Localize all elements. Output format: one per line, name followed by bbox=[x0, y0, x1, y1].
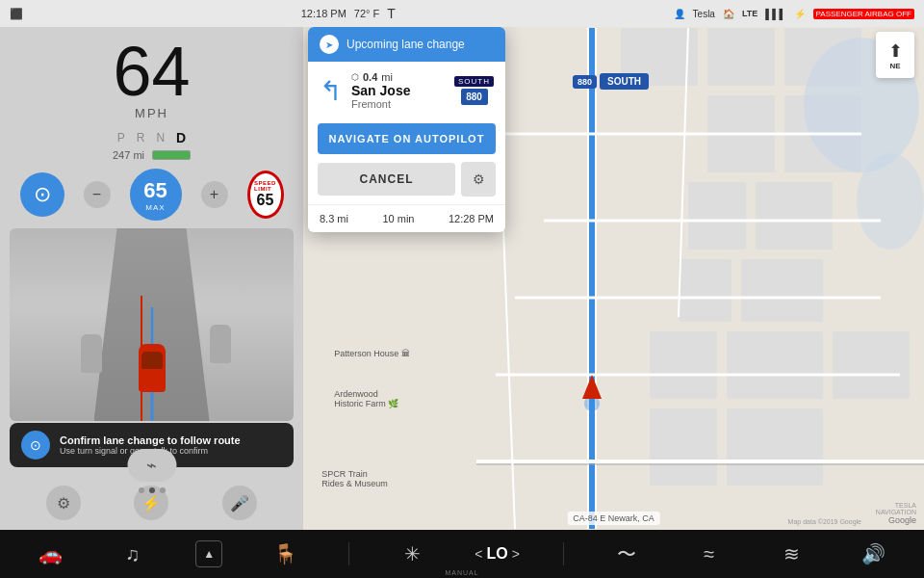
cancel-row: CANCEL ⚙ bbox=[318, 162, 496, 197]
route-distance: ⬡ 0.4 mi bbox=[351, 71, 445, 83]
settings-icon[interactable]: ⚙ bbox=[46, 486, 81, 520]
road-view bbox=[10, 228, 294, 421]
notification-title: Confirm lane change to follow route bbox=[60, 434, 241, 446]
status-bar-left: ⬛ bbox=[10, 8, 23, 20]
mic-icon[interactable]: 🎤 bbox=[222, 486, 257, 520]
steering-icon[interactable]: ⊙ bbox=[20, 172, 64, 217]
lo-value: LO bbox=[487, 545, 508, 563]
compass-direction: NE bbox=[889, 62, 900, 70]
speed-set-display: 65 MAX bbox=[130, 169, 182, 221]
destination-sub: Fremont bbox=[351, 98, 445, 110]
lte-signal: LTE bbox=[742, 9, 757, 18]
status-bar-right: 👤 Tesla 🏠 LTE ▌▌▌ ⚡ PASSENGER AIRBAG OFF bbox=[674, 9, 914, 19]
taskbar-up-button[interactable]: ▲ bbox=[195, 540, 222, 567]
car-gray-right bbox=[210, 325, 231, 363]
speed-set-value: 65 bbox=[143, 178, 167, 203]
battery-bar bbox=[152, 150, 191, 160]
nav-header-icon: ➤ bbox=[320, 35, 339, 54]
wiper-button[interactable]: ⌁ bbox=[127, 449, 176, 482]
dot-indicators bbox=[139, 487, 166, 493]
taskbar-music-button[interactable]: ♫ bbox=[114, 543, 152, 565]
place-label-1: Patterson House 🏛 bbox=[334, 349, 410, 358]
dot-2 bbox=[149, 487, 155, 493]
display-icon: ⬛ bbox=[10, 8, 23, 20]
nav-header: ➤ Upcoming lane change bbox=[308, 27, 505, 62]
autopilot-button[interactable]: NAVIGATE ON AUTOPILOT bbox=[318, 123, 496, 154]
svg-rect-9 bbox=[741, 259, 823, 322]
speed-limit-sign: SPEEDLIMIT 65 bbox=[247, 171, 284, 219]
status-bar-center: 12:18 PM 72° F T bbox=[301, 6, 396, 21]
highway-badge: SOUTH 880 bbox=[454, 76, 494, 105]
speed-unit: MPH bbox=[0, 106, 303, 120]
speed-increase-button[interactable]: + bbox=[201, 181, 228, 208]
svg-rect-7 bbox=[756, 182, 833, 250]
compass-box[interactable]: ⬆ NE bbox=[876, 32, 914, 78]
place-label-3: SPCR TrainRides & Museum bbox=[321, 469, 388, 488]
car-gray-left bbox=[81, 334, 102, 373]
gear-d[interactable]: D bbox=[176, 130, 186, 145]
svg-rect-2 bbox=[707, 28, 775, 86]
svg-rect-6 bbox=[688, 182, 746, 250]
manual-label: MANUAL bbox=[445, 569, 478, 576]
destination-name: San Jose bbox=[351, 83, 445, 98]
nav-header-text: Upcoming lane change bbox=[346, 38, 465, 51]
lo-left-arrow[interactable]: < bbox=[475, 546, 482, 562]
svg-rect-12 bbox=[833, 331, 910, 399]
speed-limit-value: 65 bbox=[257, 192, 274, 209]
car-main bbox=[139, 344, 166, 392]
left-panel: 64 MPH P R N D 247 mi ⊙ − 65 MAX + SPEED… bbox=[0, 27, 303, 530]
dot-3 bbox=[160, 487, 166, 493]
stats-time: 10 min bbox=[382, 213, 414, 224]
taskbar-volume-button[interactable]: 🔊 bbox=[854, 542, 892, 565]
lo-right-arrow[interactable]: > bbox=[512, 546, 520, 562]
taskbar-heat-button[interactable]: ≈ bbox=[690, 543, 729, 565]
taskbar-defrost2-button[interactable]: ≋ bbox=[772, 542, 810, 565]
speed-value: 64 bbox=[0, 37, 303, 106]
svg-rect-8 bbox=[679, 259, 732, 322]
svg-rect-11 bbox=[727, 331, 823, 399]
cancel-button[interactable]: CANCEL bbox=[318, 163, 455, 196]
stats-distance: 8.3 mi bbox=[320, 213, 348, 224]
svg-rect-10 bbox=[650, 331, 717, 399]
signal-bars: ▌▌▌ bbox=[765, 9, 785, 19]
taskbar-defrost-button[interactable]: 〜 bbox=[607, 541, 646, 567]
gear-p[interactable]: P bbox=[117, 131, 125, 144]
stats-eta: 12:28 PM bbox=[449, 213, 494, 224]
gear-n[interactable]: N bbox=[156, 131, 165, 144]
map-highway-badge: 880 SOUTH bbox=[573, 73, 649, 90]
speed-limit-label: SPEEDLIMIT bbox=[254, 180, 276, 192]
range-value: 247 mi bbox=[113, 149, 144, 161]
svg-rect-14 bbox=[727, 408, 823, 486]
highway-number-badge: 880 bbox=[461, 89, 488, 105]
google-logo: Google bbox=[888, 515, 916, 525]
taskbar-divider-1 bbox=[348, 542, 349, 565]
highway-direction-badge: SOUTH bbox=[454, 76, 494, 87]
airbag-label: PASSENGER AIRBAG OFF bbox=[813, 9, 914, 19]
bottom-road-label: CA-84 E Newark, CA bbox=[567, 512, 660, 525]
highway-shield: 880 bbox=[573, 75, 597, 89]
taskbar-car-button[interactable]: 🚗 bbox=[32, 542, 70, 565]
map-data-label: Map data ©2019 Google bbox=[788, 518, 861, 525]
route-details: ⬡ 0.4 mi San Jose Fremont bbox=[351, 71, 445, 110]
taskbar: 🚗 ♫ ▲ 🪑 ✳ < LO > 〜 ≈ ≋ 🔊 MANUAL bbox=[0, 530, 924, 578]
time-display: 12:18 PM bbox=[301, 8, 346, 19]
home-icon: 🏠 bbox=[723, 9, 734, 19]
speed-display: 64 MPH bbox=[0, 27, 303, 130]
bluetooth-icon: ⚡ bbox=[794, 9, 806, 19]
highway-direction: SOUTH bbox=[600, 73, 649, 90]
gear-r[interactable]: R bbox=[137, 131, 145, 144]
svg-point-16 bbox=[857, 153, 924, 250]
taskbar-divider-2 bbox=[563, 542, 564, 565]
nav-card: ➤ Upcoming lane change ↰ ⬡ 0.4 mi San Jo… bbox=[308, 27, 505, 232]
tesla-nav-label: TESLANAVIGATION bbox=[876, 502, 916, 515]
settings-gear-button[interactable]: ⚙ bbox=[461, 162, 496, 197]
notification-icon: ⊙ bbox=[21, 431, 50, 460]
nav-route-info: ↰ ⬡ 0.4 mi San Jose Fremont SOUTH 880 bbox=[308, 62, 505, 119]
controls-row: ⊙ − 65 MAX + SPEEDLIMIT 65 bbox=[0, 169, 303, 221]
taskbar-seat-button[interactable]: 🪑 bbox=[266, 542, 304, 565]
user-name: Tesla bbox=[693, 9, 715, 19]
lo-display: < LO > bbox=[475, 545, 520, 563]
speed-decrease-button[interactable]: − bbox=[84, 181, 111, 208]
nav-icon-small: ⬡ bbox=[351, 72, 359, 82]
taskbar-fan-button[interactable]: ✳ bbox=[393, 542, 431, 565]
